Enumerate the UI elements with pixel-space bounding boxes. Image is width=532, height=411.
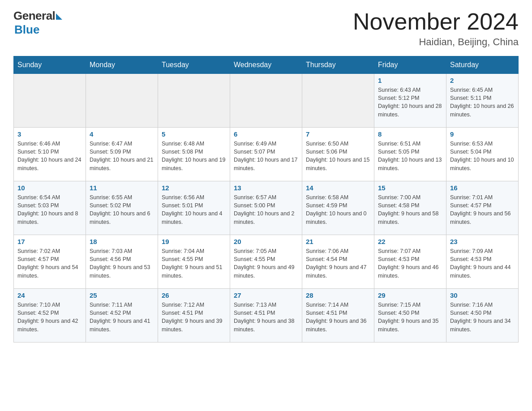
day-number: 25 <box>90 291 154 299</box>
day-info: Sunrise: 6:57 AMSunset: 5:00 PMDaylight:… <box>234 193 298 226</box>
day-info: Sunrise: 6:48 AMSunset: 5:08 PMDaylight:… <box>162 140 226 172</box>
day-number: 17 <box>17 238 82 245</box>
calendar-cell: 5Sunrise: 6:48 AMSunset: 5:08 PMDaylight… <box>158 128 230 181</box>
day-number: 5 <box>162 130 226 138</box>
weekday-header-thursday: Thursday <box>302 56 374 74</box>
month-year-title: November 2024 <box>353 9 519 34</box>
weekday-header-wednesday: Wednesday <box>230 56 302 74</box>
calendar-cell <box>158 74 230 128</box>
day-number: 18 <box>90 238 154 245</box>
day-info: Sunrise: 7:15 AMSunset: 4:50 PMDaylight:… <box>378 301 442 334</box>
calendar-cell: 15Sunrise: 7:00 AMSunset: 4:58 PMDayligh… <box>374 181 446 235</box>
calendar-cell: 9Sunrise: 6:53 AMSunset: 5:04 PMDaylight… <box>446 128 519 181</box>
day-info: Sunrise: 6:54 AMSunset: 5:03 PMDaylight:… <box>17 193 82 226</box>
day-info: Sunrise: 7:03 AMSunset: 4:56 PMDaylight:… <box>90 247 154 280</box>
day-info: Sunrise: 7:09 AMSunset: 4:53 PMDaylight:… <box>450 247 515 280</box>
location-subtitle: Haidian, Beijing, China <box>353 36 519 48</box>
day-number: 1 <box>378 77 442 84</box>
day-number: 23 <box>450 238 515 245</box>
day-number: 22 <box>378 238 442 245</box>
logo: General Blue <box>13 9 62 37</box>
calendar-cell: 20Sunrise: 7:05 AMSunset: 4:55 PMDayligh… <box>230 235 302 289</box>
day-info: Sunrise: 6:53 AMSunset: 5:04 PMDaylight:… <box>450 140 515 172</box>
day-info: Sunrise: 6:58 AMSunset: 4:59 PMDaylight:… <box>306 193 370 226</box>
calendar-cell: 17Sunrise: 7:02 AMSunset: 4:57 PMDayligh… <box>14 235 86 289</box>
calendar-table: SundayMondayTuesdayWednesdayThursdayFrid… <box>13 56 519 342</box>
day-number: 8 <box>378 130 442 138</box>
calendar-cell: 19Sunrise: 7:04 AMSunset: 4:55 PMDayligh… <box>158 235 230 289</box>
calendar-cell: 2Sunrise: 6:45 AMSunset: 5:11 PMDaylight… <box>446 74 519 128</box>
day-info: Sunrise: 7:00 AMSunset: 4:58 PMDaylight:… <box>378 193 442 226</box>
calendar-cell: 13Sunrise: 6:57 AMSunset: 5:00 PMDayligh… <box>230 181 302 235</box>
logo-arrow-icon <box>56 13 62 20</box>
day-number: 20 <box>234 238 298 245</box>
logo-general-text: General <box>13 9 55 23</box>
week-row-4: 17Sunrise: 7:02 AMSunset: 4:57 PMDayligh… <box>14 235 519 289</box>
title-area: November 2024 Haidian, Beijing, China <box>353 9 519 48</box>
weekday-header-monday: Monday <box>86 56 158 74</box>
weekday-header-sunday: Sunday <box>14 56 86 74</box>
calendar-cell: 24Sunrise: 7:10 AMSunset: 4:52 PMDayligh… <box>14 289 86 342</box>
day-info: Sunrise: 7:12 AMSunset: 4:51 PMDaylight:… <box>162 301 226 334</box>
day-number: 19 <box>162 238 226 245</box>
calendar-cell: 29Sunrise: 7:15 AMSunset: 4:50 PMDayligh… <box>374 289 446 342</box>
week-row-3: 10Sunrise: 6:54 AMSunset: 5:03 PMDayligh… <box>14 181 519 235</box>
day-number: 14 <box>306 184 370 192</box>
day-info: Sunrise: 7:11 AMSunset: 4:52 PMDaylight:… <box>90 301 154 334</box>
day-info: Sunrise: 7:07 AMSunset: 4:53 PMDaylight:… <box>378 247 442 280</box>
day-number: 9 <box>450 130 515 138</box>
day-info: Sunrise: 7:04 AMSunset: 4:55 PMDaylight:… <box>162 247 226 280</box>
day-info: Sunrise: 7:01 AMSunset: 4:57 PMDaylight:… <box>450 193 515 226</box>
calendar-cell: 7Sunrise: 6:50 AMSunset: 5:06 PMDaylight… <box>302 128 374 181</box>
calendar-cell: 14Sunrise: 6:58 AMSunset: 4:59 PMDayligh… <box>302 181 374 235</box>
day-info: Sunrise: 6:56 AMSunset: 5:01 PMDaylight:… <box>162 193 226 226</box>
calendar-cell <box>86 74 158 128</box>
day-info: Sunrise: 6:55 AMSunset: 5:02 PMDaylight:… <box>90 193 154 226</box>
calendar-header: SundayMondayTuesdayWednesdayThursdayFrid… <box>14 56 519 74</box>
day-number: 11 <box>90 184 154 192</box>
calendar-cell: 12Sunrise: 6:56 AMSunset: 5:01 PMDayligh… <box>158 181 230 235</box>
day-number: 15 <box>378 184 442 192</box>
week-row-1: 1Sunrise: 6:43 AMSunset: 5:12 PMDaylight… <box>14 74 519 128</box>
day-number: 27 <box>234 291 298 299</box>
calendar-cell: 6Sunrise: 6:49 AMSunset: 5:07 PMDaylight… <box>230 128 302 181</box>
calendar-cell: 26Sunrise: 7:12 AMSunset: 4:51 PMDayligh… <box>158 289 230 342</box>
day-info: Sunrise: 7:06 AMSunset: 4:54 PMDaylight:… <box>306 247 370 280</box>
day-info: Sunrise: 7:14 AMSunset: 4:51 PMDaylight:… <box>306 301 370 334</box>
calendar-cell <box>14 74 86 128</box>
calendar-cell: 28Sunrise: 7:14 AMSunset: 4:51 PMDayligh… <box>302 289 374 342</box>
calendar-cell: 1Sunrise: 6:43 AMSunset: 5:12 PMDaylight… <box>374 74 446 128</box>
day-info: Sunrise: 6:49 AMSunset: 5:07 PMDaylight:… <box>234 140 298 172</box>
day-info: Sunrise: 6:46 AMSunset: 5:10 PMDaylight:… <box>17 140 82 172</box>
day-info: Sunrise: 7:02 AMSunset: 4:57 PMDaylight:… <box>17 247 82 280</box>
week-row-5: 24Sunrise: 7:10 AMSunset: 4:52 PMDayligh… <box>14 289 519 342</box>
day-info: Sunrise: 6:43 AMSunset: 5:12 PMDaylight:… <box>378 86 442 119</box>
calendar-cell: 3Sunrise: 6:46 AMSunset: 5:10 PMDaylight… <box>14 128 86 181</box>
day-number: 28 <box>306 291 370 299</box>
day-info: Sunrise: 6:47 AMSunset: 5:09 PMDaylight:… <box>90 140 154 172</box>
calendar-cell: 11Sunrise: 6:55 AMSunset: 5:02 PMDayligh… <box>86 181 158 235</box>
day-number: 29 <box>378 291 442 299</box>
calendar-cell <box>302 74 374 128</box>
day-number: 7 <box>306 130 370 138</box>
calendar-cell: 27Sunrise: 7:13 AMSunset: 4:51 PMDayligh… <box>230 289 302 342</box>
day-number: 3 <box>17 130 82 138</box>
weekday-header-row: SundayMondayTuesdayWednesdayThursdayFrid… <box>14 56 519 74</box>
calendar-cell: 18Sunrise: 7:03 AMSunset: 4:56 PMDayligh… <box>86 235 158 289</box>
calendar-cell: 16Sunrise: 7:01 AMSunset: 4:57 PMDayligh… <box>446 181 519 235</box>
calendar-cell: 30Sunrise: 7:16 AMSunset: 4:50 PMDayligh… <box>446 289 519 342</box>
page-header: General Blue November 2024 Haidian, Beij… <box>13 9 519 48</box>
day-number: 4 <box>90 130 154 138</box>
day-info: Sunrise: 7:10 AMSunset: 4:52 PMDaylight:… <box>17 301 82 334</box>
day-info: Sunrise: 7:05 AMSunset: 4:55 PMDaylight:… <box>234 247 298 280</box>
calendar-cell: 25Sunrise: 7:11 AMSunset: 4:52 PMDayligh… <box>86 289 158 342</box>
weekday-header-tuesday: Tuesday <box>158 56 230 74</box>
calendar-cell: 21Sunrise: 7:06 AMSunset: 4:54 PMDayligh… <box>302 235 374 289</box>
day-number: 16 <box>450 184 515 192</box>
calendar-cell: 4Sunrise: 6:47 AMSunset: 5:09 PMDaylight… <box>86 128 158 181</box>
day-number: 24 <box>17 291 82 299</box>
day-info: Sunrise: 6:51 AMSunset: 5:05 PMDaylight:… <box>378 140 442 172</box>
day-number: 12 <box>162 184 226 192</box>
day-info: Sunrise: 6:50 AMSunset: 5:06 PMDaylight:… <box>306 140 370 172</box>
day-info: Sunrise: 7:16 AMSunset: 4:50 PMDaylight:… <box>450 301 515 334</box>
